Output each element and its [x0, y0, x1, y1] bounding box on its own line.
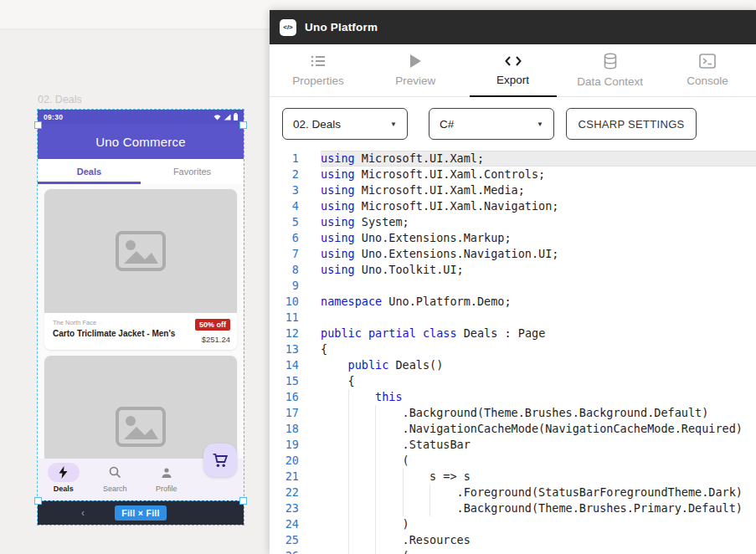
line-content: this	[321, 389, 756, 405]
line-number: 9	[270, 278, 299, 294]
console-icon	[699, 54, 716, 69]
signal-icon	[224, 114, 231, 121]
code-line: 2using Microsoft.UI.Xaml.Controls;	[270, 167, 756, 182]
caret-down-icon: ▼	[390, 121, 397, 128]
code-line: 24 )	[270, 516, 756, 532]
language-select[interactable]: C# ▼	[429, 108, 554, 140]
product-image-placeholder	[44, 356, 237, 459]
tab-preview-label: Preview	[395, 74, 435, 87]
line-content: using Microsoft.UI.Xaml;	[321, 151, 756, 167]
nav-profile-pill	[151, 463, 183, 482]
tab-deals-label: Deals	[77, 167, 101, 177]
line-content: public Deals()	[321, 357, 756, 373]
code-line: 10namespace Uno.Platform.Demo;	[270, 294, 756, 310]
line-content: {	[321, 341, 756, 357]
line-content: using Uno.Extensions.Navigation.UI;	[321, 246, 756, 262]
selection-handle-top-left[interactable]	[34, 121, 42, 129]
code-line: 13{	[270, 341, 756, 357]
line-content: namespace Uno.Platform.Demo;	[321, 294, 756, 310]
line-number: 14	[270, 357, 299, 373]
app-title: Uno Commerce	[95, 135, 185, 149]
phone-artboard[interactable]: 09:30 Uno Commerce Deals Favorites	[38, 110, 244, 525]
line-number: 8	[270, 262, 299, 278]
code-line: 6using Uno.Extensions.Markup;	[270, 230, 756, 246]
line-content: {	[321, 373, 756, 389]
tab-deals[interactable]: Deals	[38, 159, 141, 184]
selection-handle-bottom-right[interactable]	[239, 497, 247, 505]
tab-properties[interactable]: Properties	[270, 44, 367, 96]
product-card[interactable]: The North Face Carto Triclimate Jacket -…	[44, 189, 237, 350]
line-number: 23	[270, 500, 299, 516]
line-number: 16	[270, 389, 299, 405]
line-number: 7	[270, 246, 299, 262]
code-editor[interactable]: 1using Microsoft.UI.Xaml;2using Microsof…	[270, 151, 756, 554]
fill-size-chip[interactable]: Fill × Fill	[115, 505, 167, 521]
line-number: 26	[270, 548, 299, 554]
tab-properties-label: Properties	[292, 74, 344, 87]
line-number: 19	[270, 437, 299, 453]
phone-content: The North Face Carto Triclimate Jacket -…	[38, 184, 244, 459]
product-card[interactable]	[44, 356, 237, 459]
screen-select-value: 02. Deals	[293, 118, 341, 131]
code-line: 17 .Background(Theme.Brushes.Background.…	[270, 405, 756, 421]
line-number: 22	[270, 485, 299, 500]
code-logo-icon: </>	[280, 19, 296, 36]
csharp-settings-button[interactable]: CSHARP SETTINGS	[566, 108, 697, 140]
line-number: 6	[270, 230, 299, 246]
code-line: 9	[270, 278, 756, 294]
line-number: 21	[270, 469, 299, 485]
tab-console[interactable]: Console	[659, 44, 756, 96]
selection-handle-bottom-left[interactable]	[34, 497, 42, 505]
properties-icon	[310, 54, 327, 69]
database-icon	[603, 53, 618, 69]
code-line: 3using Microsoft.UI.Xaml.Media;	[270, 182, 756, 198]
export-code-icon	[504, 54, 522, 68]
tab-export[interactable]: Export	[464, 44, 561, 96]
nav-item-deals[interactable]: Deals	[38, 459, 90, 500]
tab-console-label: Console	[687, 74, 728, 87]
search-icon	[109, 466, 121, 479]
cart-icon	[213, 454, 228, 468]
code-line: 26 (	[270, 548, 756, 554]
nav-deals-label: Deals	[54, 485, 74, 493]
tab-favorites[interactable]: Favorites	[141, 159, 244, 184]
line-content: .Resources	[321, 532, 756, 548]
size-toolbar: ‹ Fill × Fill	[38, 500, 244, 525]
line-content: .NavigationCacheMode(NavigationCacheMode…	[321, 421, 756, 437]
line-content: .Foreground(StatusBarForegroundTheme.Dar…	[321, 485, 756, 500]
status-time: 09:30	[44, 113, 63, 121]
line-content: .Background(Theme.Brushes.Primary.Defaul…	[321, 500, 756, 516]
line-content: s => s	[321, 469, 756, 485]
line-number: 11	[270, 310, 299, 326]
code-line: 7using Uno.Extensions.Navigation.UI;	[270, 246, 756, 262]
selection-handle-top-right[interactable]	[239, 121, 247, 129]
tab-preview[interactable]: Preview	[367, 44, 464, 96]
line-number: 3	[270, 182, 299, 198]
line-content: (	[321, 453, 756, 469]
cart-fab[interactable]	[203, 444, 237, 477]
chevron-left-icon[interactable]: ‹	[81, 507, 85, 519]
artboard-label[interactable]: 02. Deals	[38, 94, 82, 105]
code-line: 23 .Background(Theme.Brushes.Primary.Def…	[270, 500, 756, 516]
discount-badge: 50% off	[195, 319, 230, 331]
nav-item-profile[interactable]: Profile	[141, 459, 193, 500]
tab-export-label: Export	[496, 74, 529, 86]
image-placeholder-icon	[115, 406, 167, 448]
code-line: 15 {	[270, 373, 756, 389]
caret-down-icon: ▼	[537, 121, 543, 128]
line-content: using Uno.Extensions.Markup;	[321, 230, 756, 246]
image-placeholder-icon	[115, 230, 167, 272]
tab-data-context[interactable]: Data Context	[562, 44, 659, 96]
line-content	[321, 278, 756, 294]
panel-title: Uno Platform	[305, 21, 378, 33]
code-line: 19 .StatusBar	[270, 437, 756, 453]
code-line: 25 .Resources	[270, 532, 756, 548]
line-number: 13	[270, 341, 299, 357]
screen-select[interactable]: 02. Deals ▼	[282, 108, 408, 140]
nav-item-search[interactable]: Search	[90, 459, 141, 500]
panel-tabs: Properties Preview Export Data Context	[270, 44, 756, 97]
nav-profile-label: Profile	[156, 485, 177, 493]
uno-platform-panel: </> Uno Platform Properties Preview Expo…	[270, 10, 756, 554]
product-image-placeholder	[44, 189, 237, 313]
code-line: 1using Microsoft.UI.Xaml;	[270, 151, 756, 167]
